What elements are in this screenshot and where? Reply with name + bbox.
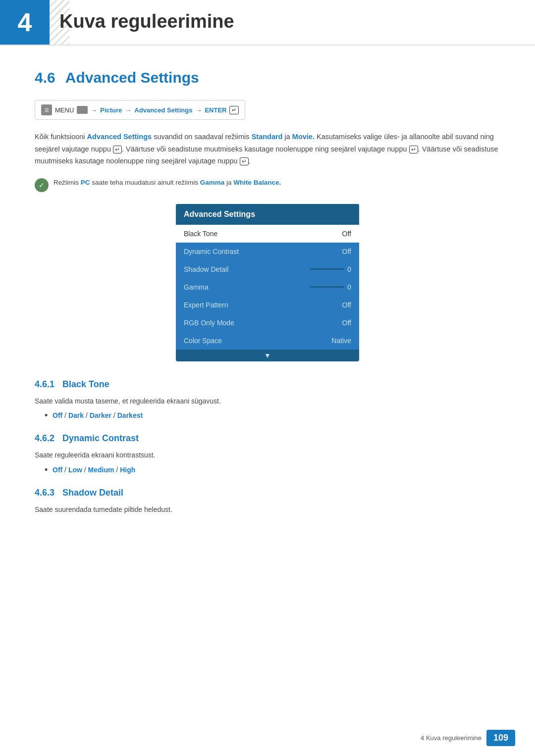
menu-label-color-space: Color Space — [184, 337, 222, 345]
menu-slider-gamma: 0 — [310, 283, 351, 291]
opt-high-dc: High — [120, 466, 135, 474]
slider-bar-shadow — [310, 268, 344, 270]
menu-icon: ☰ — [41, 104, 52, 115]
sub-heading-black-tone: 4.6.1 Black Tone — [35, 379, 500, 390]
menu-label-shadow-detail: Shadow Detail — [184, 265, 228, 273]
nav-enter-icon: ↵ — [229, 106, 239, 114]
main-content: 4.6 Advanced Settings ☰ MENU → Picture →… — [0, 54, 535, 558]
nav-sep-2: → — [125, 106, 131, 114]
options-list-black-tone: Off / Dark / Darker / Darkest — [35, 411, 500, 419]
menu-value-expert-pattern: Off — [342, 301, 351, 309]
sub-heading-dynamic-contrast: 4.6.2 Dynamic Contrast — [35, 433, 500, 444]
menu-value-gamma: 0 — [347, 283, 351, 291]
menu-item-color-space: Color Space Native — [176, 332, 359, 350]
menu-screenshot-container: Advanced Settings Black Tone Off Dynamic… — [35, 204, 500, 361]
subsection-shadow-detail: 4.6.3 Shadow Detail Saate suurendada tum… — [35, 488, 500, 515]
subsection-black-tone: 4.6.1 Black Tone Saate valida musta tase… — [35, 379, 500, 419]
menu-item-black-tone: Black Tone Off — [176, 225, 359, 243]
nav-grid-icon — [77, 106, 88, 114]
opt-off-bt: Off — [53, 411, 62, 419]
sub-title-black-tone: Black Tone — [62, 379, 109, 390]
enter-ref-3: ↵ — [240, 157, 249, 165]
note-icon — [35, 178, 49, 192]
menu-value-color-space: Native — [331, 337, 351, 345]
desc-highlight-2: Standard — [252, 133, 283, 141]
footer-text: 4 Kuva reguleerimine — [421, 734, 482, 742]
options-item-dynamic-contrast: Off / Low / Medium / High — [45, 466, 500, 474]
opt-off-dc: Off — [53, 466, 62, 474]
nav-sep-3: → — [195, 106, 202, 114]
nav-advanced: Advanced Settings — [134, 106, 192, 114]
nav-sep-1: → — [91, 106, 97, 114]
menu-label-gamma: Gamma — [184, 283, 209, 291]
section-number: 4.6 — [35, 69, 55, 86]
section-title: Advanced Settings — [65, 69, 199, 86]
desc-highlight-1: Advanced Settings — [87, 133, 152, 141]
sub-desc-shadow-detail: Saate suurendada tumedate piltide heledu… — [35, 504, 500, 515]
menu-item-dynamic-contrast: Dynamic Contrast Off — [176, 243, 359, 260]
options-item-black-tone: Off / Dark / Darker / Darkest — [45, 411, 500, 419]
chapter-number: 4 — [18, 7, 32, 37]
sub-number-463: 4.6.3 — [35, 488, 54, 498]
chapter-badge: 4 — [0, 0, 50, 45]
sub-heading-shadow-detail: 4.6.3 Shadow Detail — [35, 488, 500, 498]
opt-darkest-bt: Darkest — [117, 411, 143, 419]
sub-number-462: 4.6.2 — [35, 433, 54, 444]
menu-value-dynamic-contrast: Off — [342, 248, 351, 255]
menu-value-shadow: 0 — [347, 265, 351, 273]
subsection-dynamic-contrast: 4.6.2 Dynamic Contrast Saate reguleerida… — [35, 433, 500, 473]
opt-low-dc: Low — [68, 466, 82, 474]
note-text: Režiimis PC saate teha muudatusi ainult … — [54, 177, 281, 188]
description-paragraph: Kõik funktsiooni Advanced Settings suvan… — [35, 131, 500, 167]
footer-page-number: 109 — [486, 730, 515, 746]
sub-number-461: 4.6.1 — [35, 379, 54, 390]
opt-medium-dc: Medium — [88, 466, 114, 474]
note-highlight-3: White Balance. — [233, 179, 281, 186]
sub-title-dynamic-contrast: Dynamic Contrast — [62, 433, 139, 444]
menu-item-gamma: Gamma 0 — [176, 278, 359, 296]
nav-enter: ENTER — [205, 106, 226, 114]
slider-bar-gamma — [310, 286, 344, 288]
enter-ref-1: ↵ — [113, 146, 122, 153]
nav-path: ☰ MENU → Picture → Advanced Settings → E… — [35, 100, 245, 120]
menu-label-rgb-only: RGB Only Mode — [184, 319, 234, 327]
note-box: Režiimis PC saate teha muudatusi ainult … — [35, 177, 500, 192]
menu-value-rgb-only: Off — [342, 319, 351, 327]
chapter-title: Kuva reguleerimine — [59, 11, 234, 32]
menu-box: Advanced Settings Black Tone Off Dynamic… — [176, 204, 359, 361]
menu-slider-shadow: 0 — [310, 265, 351, 273]
sub-title-shadow-detail: Shadow Detail — [62, 488, 123, 498]
nav-menu-label: MENU — [55, 106, 74, 114]
opt-darker-bt: Darker — [90, 411, 111, 419]
menu-scroll-down: ▼ — [176, 350, 359, 361]
header-divider — [0, 45, 535, 46]
menu-item-rgb-only: RGB Only Mode Off — [176, 314, 359, 332]
menu-item-shadow-detail: Shadow Detail 0 — [176, 260, 359, 278]
menu-label-dynamic-contrast: Dynamic Contrast — [184, 248, 239, 255]
menu-label-expert-pattern: Expert Pattern — [184, 301, 228, 309]
section-heading: 4.6 Advanced Settings — [35, 69, 500, 86]
menu-value-black-tone: Off — [342, 230, 351, 238]
menu-label-black-tone: Black Tone — [184, 230, 217, 238]
menu-item-expert-pattern: Expert Pattern Off — [176, 296, 359, 314]
nav-picture: Picture — [100, 106, 122, 114]
menu-title: Advanced Settings — [176, 204, 359, 225]
sub-desc-dynamic-contrast: Saate reguleerida ekraani kontrastsust. — [35, 450, 500, 460]
options-list-dynamic-contrast: Off / Low / Medium / High — [35, 466, 500, 474]
note-highlight-2: Gamma — [200, 179, 225, 186]
sub-desc-black-tone: Saate valida musta taseme, et reguleerid… — [35, 396, 500, 406]
footer: 4 Kuva reguleerimine 109 — [421, 730, 515, 746]
desc-highlight-3: Movie. — [292, 133, 315, 141]
note-highlight-1: PC — [81, 179, 90, 186]
opt-dark-bt: Dark — [68, 411, 84, 419]
enter-ref-2: ↵ — [409, 146, 418, 153]
